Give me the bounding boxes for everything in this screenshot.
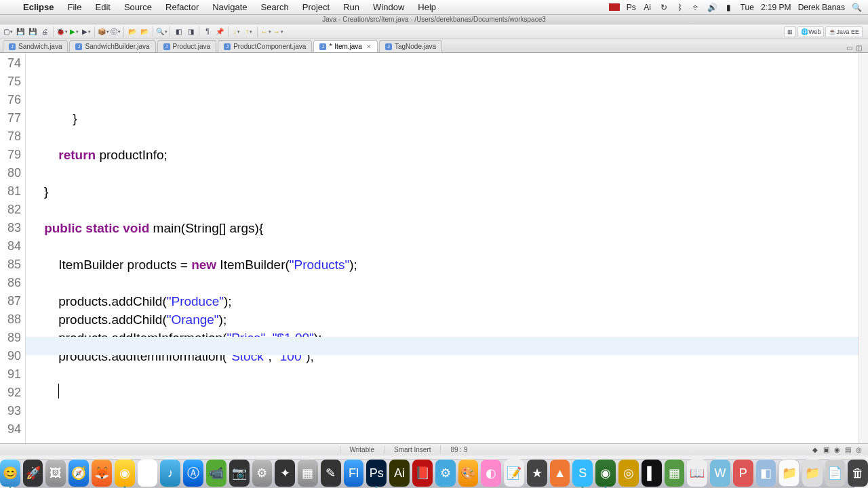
menu-navigate[interactable]: Navigate [205,2,254,12]
dock-itunes[interactable]: ♪ [160,460,180,487]
dock-vlc[interactable]: ▲ [550,460,570,487]
new-button[interactable]: ▢ [3,26,14,37]
status-icon[interactable]: ▤ [845,446,853,454]
ps-icon[interactable]: Ps [627,3,636,12]
forward-button[interactable]: → [273,26,283,37]
dock-folder[interactable]: 📁 [802,460,823,487]
toggle-block-button[interactable]: ◨ [185,26,196,37]
tab-sandwichbuilder[interactable]: JSandwichBuilder.java [69,40,155,52]
dock-app[interactable]: 📝 [504,460,524,487]
wifi-icon[interactable]: ᯤ [692,3,701,12]
dock-trash[interactable]: 🗑 [848,460,868,487]
menu-run[interactable]: Run [336,2,366,12]
dock-word[interactable]: W [710,460,730,487]
sync-icon[interactable]: ↻ [659,3,669,12]
dock-app[interactable]: ◧ [756,460,776,487]
dock-facetime[interactable]: 📹 [206,460,226,487]
flag-icon[interactable] [609,3,620,11]
tab-productcomponent[interactable]: JProductComponent.java [218,40,312,52]
dock-app[interactable]: ▦ [665,460,685,487]
prev-annotation-button[interactable]: ↑ [243,26,254,37]
dock-photoshop[interactable]: Ps [366,460,387,487]
status-icon[interactable]: ▣ [823,446,831,454]
dock-folder[interactable]: 📄 [825,460,846,487]
dock-app[interactable]: ✎ [321,460,341,487]
dock-illustrator[interactable]: Ai [389,460,410,487]
dock-calendar[interactable]: 29 [138,460,158,487]
code-area[interactable]: } return productInfo; } public static vo… [26,53,859,443]
tab-tagnode[interactable]: JTagNode.java [379,40,442,52]
dock-app[interactable]: P [733,460,753,487]
dock-app[interactable]: ◐ [481,460,501,487]
run-last-button[interactable]: ▶ [81,26,92,37]
open-perspective-button[interactable]: ⊞ [784,26,796,37]
dock-app[interactable]: 📖 [687,460,707,487]
tab-item[interactable]: JItem.java✕ [313,40,377,52]
app-name[interactable]: Eclipse [16,2,61,12]
menu-edit[interactable]: Edit [88,2,117,12]
status-icon[interactable]: ◎ [856,446,864,454]
open-type-button[interactable]: 📂 [127,26,138,37]
menu-refactor[interactable]: Refactor [159,2,205,12]
dock-app[interactable]: ⚙ [435,460,456,487]
menu-help[interactable]: Help [411,2,443,12]
run-button[interactable]: ▶ [68,26,79,37]
print-button[interactable]: 🖨 [39,26,50,37]
status-icon[interactable]: ◆ [812,446,821,454]
dock-reader[interactable]: 📕 [412,460,433,487]
battery-icon[interactable]: ▮ [724,3,734,12]
new-package-button[interactable]: 📦 [98,26,108,37]
dock-app[interactable]: 🚀 [23,460,43,487]
dock-app[interactable]: ▦ [298,460,318,487]
close-tab-icon[interactable]: ✕ [366,43,372,50]
dock-folder[interactable]: 📁 [778,460,799,487]
pin-button[interactable]: 📌 [214,26,225,37]
spotlight-icon[interactable]: 🔍 [852,3,861,12]
dock-firefox[interactable]: 🦊 [92,460,112,487]
menu-window[interactable]: Window [366,2,411,12]
dock-safari[interactable]: 🧭 [68,460,89,487]
dock-app[interactable]: 🎨 [458,460,479,487]
save-button[interactable]: 💾 [15,26,26,37]
dock-imovie[interactable]: ★ [527,460,547,487]
user-name[interactable]: Derek Banas [798,3,845,12]
back-button[interactable]: ← [260,26,271,37]
perspective-java[interactable]: ☕ Java EE [825,26,863,37]
perspective-web[interactable]: 🌐 Web [797,26,824,37]
volume-icon[interactable]: 🔊 [708,3,717,12]
minimize-view-icon[interactable]: ▭ [846,44,854,52]
menu-file[interactable]: File [61,2,89,12]
save-all-button[interactable]: 💾 [27,26,38,37]
tab-product[interactable]: JProduct.java [157,40,217,52]
clock-day[interactable]: Tue [741,3,754,12]
dock-app[interactable]: 📷 [229,460,250,487]
dock-skype[interactable]: S [572,460,593,487]
new-class-button[interactable]: Ⓒ [110,26,121,37]
ai-icon[interactable]: Ai [643,3,652,12]
toggle-mark-button[interactable]: ◧ [173,26,184,37]
overview-ruler[interactable] [859,53,868,443]
dock-app[interactable]: ⚙ [252,460,273,487]
dock-app[interactable]: ✦ [275,460,295,487]
show-whitespace-button[interactable]: ¶ [202,26,213,37]
status-icon[interactable]: ◉ [834,446,842,454]
bluetooth-icon[interactable]: ᛒ [675,3,685,12]
dock-chrome[interactable]: ◉ [115,460,135,487]
dock-app[interactable]: 🖼 [45,460,66,487]
dock-terminal[interactable]: ▌ [642,460,662,487]
open-task-button[interactable]: 📂 [139,26,150,37]
editor[interactable]: 7475767778798081828384858687888990919293… [0,53,868,443]
dock-eclipse[interactable]: ◉ [595,460,616,487]
menu-project[interactable]: Project [296,2,336,12]
dock-app[interactable]: ◎ [618,460,639,487]
dock-appstore[interactable]: Ⓐ [183,460,203,487]
debug-button[interactable]: 🐞 [56,26,67,37]
maximize-view-icon[interactable]: ◫ [856,44,864,52]
tab-sandwich[interactable]: JSandwich.java [3,40,68,52]
dock-app[interactable]: Fl [344,460,364,487]
clock-time[interactable]: 2:19 PM [761,3,791,12]
dock-finder[interactable]: 😊 [0,460,20,487]
menu-search[interactable]: Search [254,2,296,12]
search-button[interactable]: 🔍 [156,26,167,37]
next-annotation-button[interactable]: ↓ [231,26,242,37]
